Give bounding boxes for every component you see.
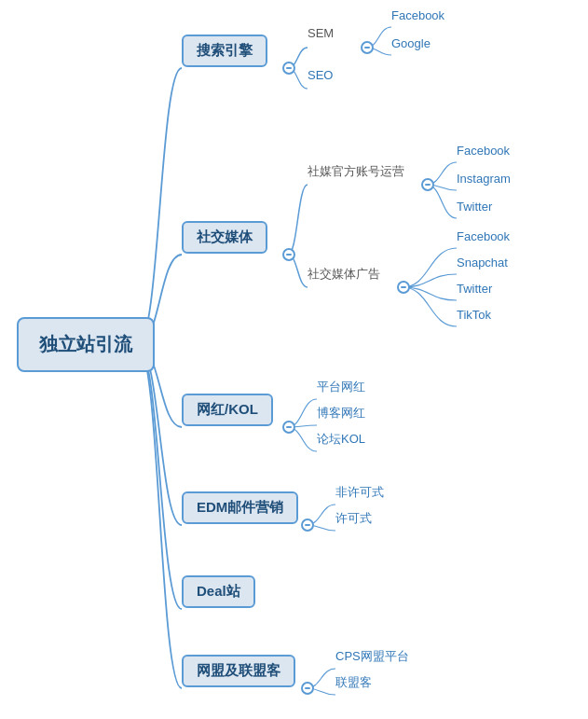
node-SEM: SEM — [308, 24, 334, 42]
node-CPS网盟平台: CPS网盟平台 — [335, 646, 409, 667]
node-Twitter: Twitter — [457, 198, 492, 215]
node-Facebook: Facebook — [457, 228, 510, 245]
node-Facebook: Facebook — [457, 142, 510, 159]
node-论坛KOL: 论坛KOL — [317, 429, 365, 449]
collapse-dot-social[interactable] — [282, 248, 295, 261]
collapse-dot-ads[interactable] — [397, 281, 410, 294]
collapse-dot-seo[interactable] — [282, 62, 295, 75]
node-Snapchat: Snapchat — [457, 254, 508, 271]
node-Google: Google — [391, 35, 431, 52]
node-社交媒体广告: 社交媒体广告 — [308, 264, 380, 284]
collapse-dot-affiliate[interactable] — [301, 682, 314, 695]
node-非许可式: 非许可式 — [335, 482, 384, 503]
node-Instagram: Instagram — [457, 170, 511, 187]
node-SEO: SEO — [308, 66, 333, 84]
collapse-dot-official[interactable] — [421, 178, 434, 191]
collapse-dot-edm[interactable] — [301, 519, 314, 532]
node-社交媒体: 社交媒体 — [182, 221, 267, 254]
node-EDM邮件营销: EDM邮件营销 — [182, 491, 298, 524]
node-Twitter: Twitter — [457, 280, 492, 297]
node-Facebook: Facebook — [391, 7, 444, 24]
node-网红/KOL: 网红/KOL — [182, 394, 273, 426]
collapse-dot-kol[interactable] — [282, 421, 295, 434]
node-博客网红: 博客网红 — [317, 403, 365, 423]
node-独立站引流: 独立站引流 — [17, 317, 155, 372]
node-搜索引擎: 搜索引擎 — [182, 35, 267, 67]
collapse-dot-sem[interactable] — [361, 41, 374, 54]
node-联盟客: 联盟客 — [335, 672, 372, 693]
node-网盟及联盟客: 网盟及联盟客 — [182, 655, 295, 687]
node-许可式: 许可式 — [335, 508, 372, 529]
node-社媒官方账号运营: 社媒官方账号运营 — [308, 161, 404, 182]
node-平台网红: 平台网红 — [317, 377, 365, 397]
node-TikTok: TikTok — [457, 306, 491, 324]
mindmap: 独立站引流搜索引擎SEMFacebookGoogleSEO社交媒体社媒官方账号运… — [0, 0, 588, 719]
node-Deal站: Deal站 — [182, 575, 255, 608]
